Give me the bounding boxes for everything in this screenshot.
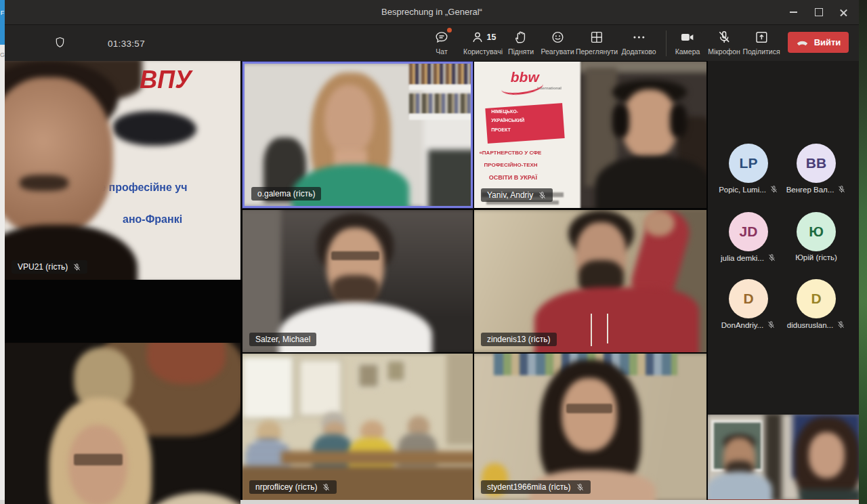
participants-panel: LP BB Popic, Lumi... Венгер Вал... JD Ю … [708, 61, 859, 500]
avatar-label: DonAndriy... [709, 320, 788, 329]
participant-name-label: VPU21 (гість) [12, 260, 87, 274]
ellipsis-icon [631, 30, 646, 45]
microphone-muted-icon [717, 30, 732, 45]
muted-mic-icon [322, 483, 331, 492]
video-feed: bbw international НІМЕЦЬКО- УКРАЇНСЬКИЙ … [474, 62, 706, 208]
muted-mic-icon [72, 263, 81, 272]
window-controls [781, 0, 856, 24]
gallery-grid-icon [589, 30, 604, 45]
video-tile-galema-active-speaker[interactable]: o.galema (гість) [242, 62, 473, 208]
muted-mic-icon [767, 320, 776, 329]
people-icon [470, 30, 485, 45]
participants-button[interactable]: 15 Користувачі [463, 29, 503, 56]
camera-button[interactable]: Камера [675, 29, 700, 56]
muted-mic-icon [837, 185, 846, 194]
share-screen-icon [754, 30, 769, 45]
avatar-label: didusruslan... [777, 320, 855, 329]
video-tile-yaniv[interactable]: bbw international НІМЕЦЬКО- УКРАЇНСЬКИЙ … [474, 62, 706, 208]
avatar-label: julia demki... [709, 253, 788, 262]
avatar-label: Popic, Lumi... [709, 185, 788, 194]
camera-icon [680, 30, 695, 45]
background-window-left-sliver: F G [0, 0, 5, 504]
desktop-wallpaper-right-sliver [859, 0, 867, 504]
raise-hand-button[interactable]: Підняти [508, 29, 534, 56]
video-tile-stydent[interactable]: stydent1966mila (гість) [474, 354, 706, 500]
video-tile-salzer[interactable]: Salzer, Michael [242, 210, 473, 352]
video-tile-vpu21[interactable]: ВПУ Вище професійне уч ано-Франкі VPU21 … [5, 61, 240, 280]
avatar-label: Юрій (гість) [777, 253, 855, 261]
muted-mic-icon [538, 191, 547, 200]
muted-mic-icon [837, 320, 845, 329]
meeting-timer: 01:33:57 [108, 39, 145, 49]
meeting-window: Besprechung in „General“ 01:33:57 Чат 15… [5, 0, 859, 500]
maximize-icon [815, 8, 823, 16]
participant-name-label: Yaniv, Andriy [481, 188, 553, 202]
avatar-label: Венгер Вал... [777, 185, 855, 194]
video-tile-zindenis[interactable]: zindenis13 (гість) [474, 210, 706, 352]
muted-mic-icon [576, 483, 585, 492]
video-feed [242, 354, 473, 500]
video-feed [708, 415, 859, 500]
chat-icon [434, 30, 449, 45]
participant-name-label: stydent1966mila (гість) [481, 480, 591, 494]
video-feed [5, 343, 240, 504]
avatar-donandriy[interactable]: D [729, 279, 768, 318]
close-button[interactable] [831, 0, 856, 24]
participant-name-label: nrproflicey (гість) [249, 480, 337, 494]
view-button[interactable]: Переглянути [576, 29, 618, 56]
video-feed [242, 210, 473, 352]
participant-count: 15 [487, 33, 496, 42]
video-feed: ВПУ Вище професійне уч ано-Франкі [5, 61, 240, 280]
meeting-toolbar: 01:33:57 Чат 15 Користувачі Підняти Реаг… [5, 25, 859, 61]
smiley-icon [550, 30, 565, 45]
avatar-julia[interactable]: JD [729, 212, 768, 251]
minimize-button[interactable] [781, 0, 806, 24]
chat-notification-dot [447, 28, 452, 33]
video-tile-lotocka[interactable]: lotocka.oksan (гість) [5, 343, 240, 504]
shield-icon [54, 36, 66, 49]
video-tile-nrproflicey[interactable]: nrproflicey (гість) [242, 354, 473, 500]
avatar-yurii[interactable]: Ю [797, 212, 836, 251]
participant-name-label: o.galema (гість) [251, 187, 321, 201]
background-window-header: F [0, 0, 5, 45]
background-window-text: G [0, 51, 5, 58]
self-video-tile[interactable] [708, 415, 859, 500]
video-feed [474, 210, 706, 352]
raised-hand-icon [513, 30, 528, 45]
close-icon [839, 8, 848, 17]
video-grid: ВПУ Вище професійне уч ано-Франкі VPU21 … [5, 61, 859, 500]
toolbar-divider [666, 30, 667, 56]
avatar-didusruslan[interactable]: D [797, 279, 836, 318]
video-feed [242, 62, 473, 208]
react-button[interactable]: Реагувати [541, 29, 574, 56]
microphone-button[interactable]: Мікрофон [708, 29, 740, 56]
chat-button[interactable]: Чат [434, 29, 449, 56]
minimize-icon [790, 12, 797, 13]
window-title: Besprechung in „General“ [5, 0, 859, 24]
hangup-phone-icon [796, 36, 809, 49]
desktop: F G Besprechung in „General“ 01:33:57 Ча… [0, 0, 867, 504]
maximize-button[interactable] [806, 0, 831, 24]
muted-mic-icon [767, 253, 776, 262]
avatar-popic[interactable]: LP [729, 144, 768, 183]
title-bar: Besprechung in „General“ [5, 0, 859, 25]
video-feed [474, 354, 706, 500]
share-button[interactable]: Поділитися [742, 29, 780, 56]
avatar-venger[interactable]: BB [797, 144, 836, 183]
participant-name-label: Salzer, Michael [249, 333, 316, 346]
participant-name-label: zindenis13 (гість) [481, 333, 557, 346]
more-button[interactable]: Додатково [621, 29, 656, 56]
leave-button[interactable]: Вийти [788, 32, 849, 53]
